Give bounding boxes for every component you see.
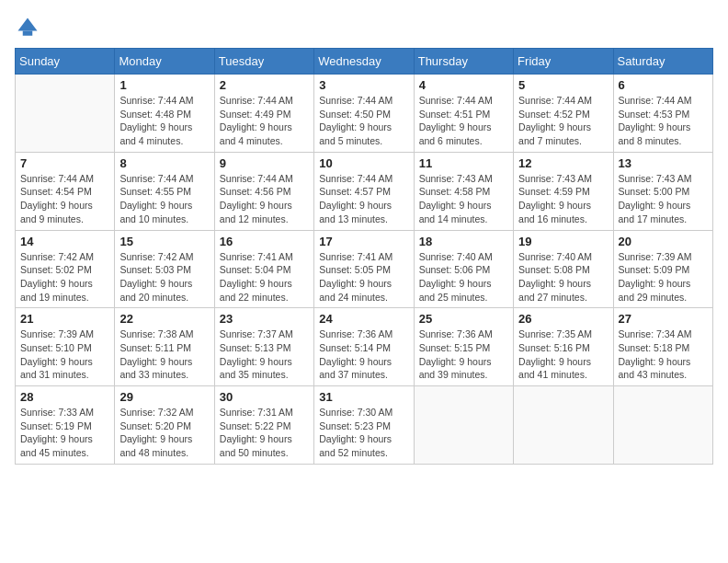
day-number: 9 xyxy=(220,156,309,170)
day-cell: 29Sunrise: 7:32 AMSunset: 5:20 PMDayligh… xyxy=(115,386,214,465)
day-info: Sunrise: 7:44 AMSunset: 4:55 PMDaylight:… xyxy=(119,172,209,226)
day-cell: 21Sunrise: 7:39 AMSunset: 5:10 PMDayligh… xyxy=(16,308,115,386)
day-number: 25 xyxy=(419,312,508,326)
day-cell: 1Sunrise: 7:44 AMSunset: 4:48 PMDaylight… xyxy=(115,75,214,153)
day-cell xyxy=(514,386,613,465)
header-cell-sunday: Sunday xyxy=(16,49,115,75)
day-info: Sunrise: 7:37 AMSunset: 5:13 PMDaylight:… xyxy=(220,327,309,382)
week-row: 7Sunrise: 7:44 AMSunset: 4:54 PMDaylight… xyxy=(16,152,713,230)
day-number: 21 xyxy=(20,312,109,326)
logo-icon xyxy=(15,15,40,40)
day-number: 4 xyxy=(419,78,508,92)
day-cell: 31Sunrise: 7:30 AMSunset: 5:23 PMDayligh… xyxy=(314,386,414,465)
day-info: Sunrise: 7:36 AMSunset: 5:14 PMDaylight:… xyxy=(319,327,408,382)
day-info: Sunrise: 7:39 AMSunset: 5:10 PMDaylight:… xyxy=(20,327,109,382)
day-number: 19 xyxy=(518,235,608,248)
day-info: Sunrise: 7:42 AMSunset: 5:03 PMDaylight:… xyxy=(119,250,209,304)
header-cell-tuesday: Tuesday xyxy=(214,49,313,75)
week-row: 14Sunrise: 7:42 AMSunset: 5:02 PMDayligh… xyxy=(16,230,713,308)
day-cell: 27Sunrise: 7:34 AMSunset: 5:18 PMDayligh… xyxy=(613,308,712,386)
day-info: Sunrise: 7:40 AMSunset: 5:08 PMDaylight:… xyxy=(518,250,608,304)
day-number: 20 xyxy=(619,235,708,248)
svg-marker-0 xyxy=(18,18,38,31)
day-number: 31 xyxy=(319,390,408,404)
day-info: Sunrise: 7:40 AMSunset: 5:06 PMDaylight:… xyxy=(419,250,508,304)
day-info: Sunrise: 7:35 AMSunset: 5:16 PMDaylight:… xyxy=(518,327,608,382)
day-number: 30 xyxy=(220,390,309,404)
day-info: Sunrise: 7:44 AMSunset: 4:57 PMDaylight:… xyxy=(319,172,408,226)
day-number: 1 xyxy=(119,78,209,92)
day-info: Sunrise: 7:33 AMSunset: 5:19 PMDaylight:… xyxy=(20,406,109,460)
week-row: 21Sunrise: 7:39 AMSunset: 5:10 PMDayligh… xyxy=(16,308,713,386)
day-cell: 20Sunrise: 7:39 AMSunset: 5:09 PMDayligh… xyxy=(613,230,712,308)
day-cell: 13Sunrise: 7:43 AMSunset: 5:00 PMDayligh… xyxy=(613,152,712,230)
day-info: Sunrise: 7:36 AMSunset: 5:15 PMDaylight:… xyxy=(419,327,508,382)
day-number: 13 xyxy=(619,156,708,170)
day-number: 27 xyxy=(619,312,708,326)
logo xyxy=(15,15,44,40)
header-cell-monday: Monday xyxy=(115,49,214,75)
day-cell: 2Sunrise: 7:44 AMSunset: 4:49 PMDaylight… xyxy=(214,75,313,153)
week-row: 28Sunrise: 7:33 AMSunset: 5:19 PMDayligh… xyxy=(16,386,713,465)
day-number: 3 xyxy=(319,78,408,92)
header-cell-thursday: Thursday xyxy=(414,49,513,75)
day-cell xyxy=(414,386,513,465)
day-number: 5 xyxy=(518,78,608,92)
day-info: Sunrise: 7:34 AMSunset: 5:18 PMDaylight:… xyxy=(619,327,708,382)
day-cell: 15Sunrise: 7:42 AMSunset: 5:03 PMDayligh… xyxy=(115,230,214,308)
day-number: 17 xyxy=(319,235,408,248)
day-info: Sunrise: 7:44 AMSunset: 4:48 PMDaylight:… xyxy=(119,94,209,148)
day-info: Sunrise: 7:44 AMSunset: 4:56 PMDaylight:… xyxy=(220,172,309,226)
day-number: 7 xyxy=(20,156,109,170)
day-number: 26 xyxy=(518,312,608,326)
day-info: Sunrise: 7:44 AMSunset: 4:50 PMDaylight:… xyxy=(319,94,408,148)
day-number: 18 xyxy=(419,235,508,248)
day-cell: 16Sunrise: 7:41 AMSunset: 5:04 PMDayligh… xyxy=(214,230,313,308)
day-info: Sunrise: 7:44 AMSunset: 4:51 PMDaylight:… xyxy=(419,94,508,148)
calendar: SundayMondayTuesdayWednesdayThursdayFrid… xyxy=(15,48,713,465)
header-cell-wednesday: Wednesday xyxy=(314,49,414,75)
day-info: Sunrise: 7:32 AMSunset: 5:20 PMDaylight:… xyxy=(119,406,209,460)
day-cell: 8Sunrise: 7:44 AMSunset: 4:55 PMDaylight… xyxy=(115,152,214,230)
day-cell: 11Sunrise: 7:43 AMSunset: 4:58 PMDayligh… xyxy=(414,152,513,230)
day-number: 29 xyxy=(119,390,209,404)
day-number: 24 xyxy=(319,312,408,326)
day-info: Sunrise: 7:43 AMSunset: 4:58 PMDaylight:… xyxy=(419,172,508,226)
day-cell xyxy=(613,386,712,465)
day-info: Sunrise: 7:41 AMSunset: 5:04 PMDaylight:… xyxy=(220,250,309,304)
day-cell: 22Sunrise: 7:38 AMSunset: 5:11 PMDayligh… xyxy=(115,308,214,386)
day-info: Sunrise: 7:31 AMSunset: 5:22 PMDaylight:… xyxy=(220,406,309,460)
day-info: Sunrise: 7:44 AMSunset: 4:53 PMDaylight:… xyxy=(619,94,708,148)
day-info: Sunrise: 7:38 AMSunset: 5:11 PMDaylight:… xyxy=(119,327,209,382)
day-number: 6 xyxy=(619,78,708,92)
day-info: Sunrise: 7:44 AMSunset: 4:49 PMDaylight:… xyxy=(220,94,309,148)
day-cell: 18Sunrise: 7:40 AMSunset: 5:06 PMDayligh… xyxy=(414,230,513,308)
day-number: 28 xyxy=(20,390,109,404)
day-cell: 3Sunrise: 7:44 AMSunset: 4:50 PMDaylight… xyxy=(314,75,414,153)
day-number: 11 xyxy=(419,156,508,170)
day-number: 8 xyxy=(119,156,209,170)
header-cell-saturday: Saturday xyxy=(613,49,712,75)
day-cell xyxy=(16,75,115,153)
day-info: Sunrise: 7:41 AMSunset: 5:05 PMDaylight:… xyxy=(319,250,408,304)
day-cell: 6Sunrise: 7:44 AMSunset: 4:53 PMDaylight… xyxy=(613,75,712,153)
day-cell: 7Sunrise: 7:44 AMSunset: 4:54 PMDaylight… xyxy=(16,152,115,230)
day-info: Sunrise: 7:42 AMSunset: 5:02 PMDaylight:… xyxy=(20,250,109,304)
day-number: 16 xyxy=(220,235,309,248)
day-cell: 26Sunrise: 7:35 AMSunset: 5:16 PMDayligh… xyxy=(514,308,613,386)
day-cell: 28Sunrise: 7:33 AMSunset: 5:19 PMDayligh… xyxy=(16,386,115,465)
day-info: Sunrise: 7:44 AMSunset: 4:54 PMDaylight:… xyxy=(20,172,109,226)
day-cell: 17Sunrise: 7:41 AMSunset: 5:05 PMDayligh… xyxy=(314,230,414,308)
day-number: 14 xyxy=(20,235,109,248)
day-cell: 23Sunrise: 7:37 AMSunset: 5:13 PMDayligh… xyxy=(214,308,313,386)
day-info: Sunrise: 7:44 AMSunset: 4:52 PMDaylight:… xyxy=(518,94,608,148)
day-cell: 4Sunrise: 7:44 AMSunset: 4:51 PMDaylight… xyxy=(414,75,513,153)
day-info: Sunrise: 7:43 AMSunset: 5:00 PMDaylight:… xyxy=(619,172,708,226)
header-cell-friday: Friday xyxy=(514,49,613,75)
day-cell: 5Sunrise: 7:44 AMSunset: 4:52 PMDaylight… xyxy=(514,75,613,153)
week-row: 1Sunrise: 7:44 AMSunset: 4:48 PMDaylight… xyxy=(16,75,713,153)
day-cell: 10Sunrise: 7:44 AMSunset: 4:57 PMDayligh… xyxy=(314,152,414,230)
header-row: SundayMondayTuesdayWednesdayThursdayFrid… xyxy=(16,49,713,75)
day-number: 10 xyxy=(319,156,408,170)
day-cell: 19Sunrise: 7:40 AMSunset: 5:08 PMDayligh… xyxy=(514,230,613,308)
